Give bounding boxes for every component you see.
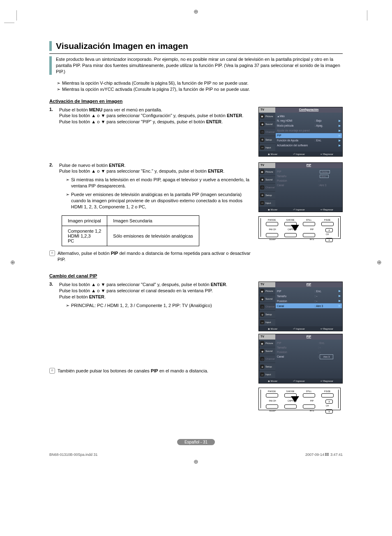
osd-pip-canal-adjust: TVPIP ▣Picture ◉Sound ◷Channel ✲Setup ⇦I… (258, 334, 343, 384)
setup-icon: ✲ (260, 138, 264, 142)
note-xvycc: ➣Mientras la opción xvYCC activada (Cons… (49, 87, 343, 92)
title-bar: Visualización Imagen en imagen (49, 41, 343, 51)
step-2: 2. Pulse de nuevo el botón ENTER. Pulse … (49, 162, 252, 210)
crop-mark (367, 10, 367, 21)
page-footer: Español - 31 (49, 439, 343, 445)
pip-sources-table: Imagen principalImagen Secundaria Compon… (62, 215, 199, 246)
arrow-icon: ➣ (57, 81, 60, 86)
imprint-line: BN68-01310B-00Spa.indd 31 ⊕ 2007-09-14 〿… (49, 453, 343, 457)
remote-channel: P.MODES.MODESTILLP.SIZE FAV.CHCAPTIONPIP… (258, 388, 341, 410)
section-head-channel: Cambio del canal PIP (49, 273, 343, 278)
input-icon: ⇦ (260, 146, 264, 150)
registration-mark-left: ⊕ (10, 259, 15, 266)
step-1: 1. Pulse el botón MENU para ver el menú … (49, 107, 252, 125)
registration-mark-bottom: ⊕ (194, 458, 198, 465)
step-3: 3. Pulse los botón ▲ o ▼ para selecciona… (49, 282, 252, 308)
section-head-activation: Activación de Imagen en imagen (49, 99, 343, 104)
remote-tip-icon: ⌂ (49, 368, 55, 374)
osd-sidebar: ▣Picture ◉Sound ◷Channel ✲Setup ⇦Input (259, 113, 275, 152)
channel-icon: ◷ (260, 130, 264, 134)
arrow-icon: ➣ (66, 177, 69, 189)
title-underline (49, 53, 343, 54)
registration-mark-top: ⊕ (194, 8, 198, 15)
highlight-arrow-icon (291, 225, 299, 231)
remote-pip: P.MODES.MODESTILLP.SIZE FAV.CHCAPTIONPIP… (258, 216, 341, 239)
osd-pip-toggle: TVPIP ▣Picture ◉Sound ◷Channel ✲Setup ⇦I… (258, 162, 343, 212)
picture-icon: ▣ (260, 114, 264, 118)
page-title: Visualización Imagen en imagen (56, 41, 343, 51)
note-vchip: ➣Mientras la opción V-chip activada (Con… (49, 81, 343, 86)
osd-pip-canal-select: TVPIP ▣Picture ◉Sound ◷Channel ✲Setup ⇦I… (258, 282, 343, 331)
arrow-icon: ➣ (66, 303, 69, 309)
arrow-icon: ➣ (66, 192, 69, 210)
tip-pip-button: ⌂ Alternativo, pulse el botón PIP del ma… (49, 250, 252, 263)
arrow-icon: ➣ (57, 87, 60, 92)
page-number-pill: Español - 31 (177, 439, 215, 445)
crop-mark (16, 10, 17, 21)
registration-mark-right: ⊕ (377, 259, 382, 266)
osd-config: TVConfiguración ▣Picture ◉Sound ◷Channel… (258, 107, 343, 157)
tip-channel-button: ⌂ También puede pulsar los botones de ca… (49, 368, 252, 374)
remote-tip-icon: ⌂ (49, 250, 55, 256)
highlight-arrow-icon (291, 396, 299, 402)
crop-mark (4, 23, 14, 23)
imprint-file: BN68-01310B-00Spa.indd 31 (49, 453, 98, 457)
imprint-date: 2007-09-14 〿〿 3:47:41 (305, 453, 343, 457)
intro-text: Este producto lleva un sintonizador inco… (49, 56, 343, 75)
sound-icon: ◉ (260, 122, 264, 126)
